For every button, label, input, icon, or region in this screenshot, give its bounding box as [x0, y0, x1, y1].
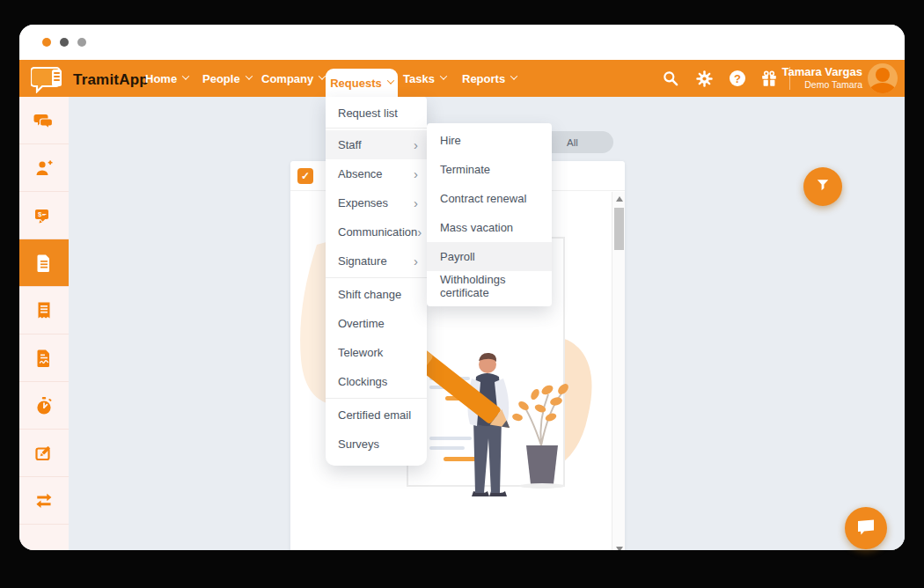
gear-icon[interactable] [694, 69, 714, 88]
chevron-right-icon: › [417, 225, 422, 239]
menu-item-absence[interactable]: Absence › [326, 159, 427, 188]
submenu-item-contract-renewal[interactable]: Contract renewal [427, 184, 552, 213]
compose-icon [34, 444, 54, 463]
logo-text-secondary: App [119, 71, 149, 88]
sidebar-item-payslip[interactable]: $ [19, 192, 69, 239]
stopwatch-icon [34, 396, 54, 415]
window-titlebar [19, 25, 905, 60]
chat-icon [33, 111, 55, 130]
swap-arrows-icon [33, 492, 55, 510]
menu-item-communication[interactable]: Communication › [326, 217, 427, 246]
window-dot-orange[interactable] [42, 38, 51, 47]
nav-item-requests-active[interactable]: Requests [326, 69, 398, 97]
chevron-right-icon: › [414, 167, 418, 180]
vertical-scrollbar[interactable] [612, 192, 625, 550]
help-icon[interactable]: ? [728, 69, 747, 88]
screen-background: TramitApp Home People Company Requests T… [0, 0, 924, 588]
filter-funnel-icon [814, 176, 832, 197]
chevron-right-icon: › [414, 254, 418, 268]
avatar[interactable] [868, 63, 898, 93]
window-dot-dark[interactable] [60, 38, 69, 47]
sidebar-item-signed-doc[interactable] [19, 334, 69, 382]
logo-speech-bubble-icon [31, 63, 68, 97]
sidebar-item-receipt[interactable] [19, 287, 69, 334]
signed-document-icon [35, 349, 53, 368]
user-subtitle: Demo Tamara [781, 79, 862, 91]
logo-text-primary: Tramit [73, 71, 119, 88]
search-icon[interactable] [661, 69, 680, 88]
user-menu[interactable]: Tamara Vargas Demo Tamara [781, 64, 862, 91]
nav-item-reports[interactable]: Reports [462, 60, 517, 97]
menu-item-certified-email[interactable]: Certified email [326, 401, 427, 430]
menu-divider [326, 277, 427, 278]
menu-item-surveys[interactable]: Surveys [326, 430, 427, 459]
svg-text:$: $ [38, 210, 42, 218]
select-all-checkbox[interactable]: ✓ [297, 168, 313, 184]
submenu-item-mass-vacation[interactable]: Mass vacation [427, 213, 552, 242]
sidebar-item-swap[interactable] [19, 477, 69, 525]
requests-dropdown-menu: Request list Staff › Absence › Expenses … [326, 97, 427, 466]
sidebar-item-stopwatch[interactable] [19, 382, 69, 430]
menu-item-request-list[interactable]: Request list [326, 99, 427, 126]
avatar-body [869, 83, 896, 93]
nav-item-home[interactable]: Home [145, 60, 188, 97]
submenu-item-withholdings-certificate[interactable]: Withholdings certificate [427, 271, 552, 300]
menu-item-overtime[interactable]: Overtime [326, 309, 427, 338]
scroll-down-arrow[interactable] [612, 542, 625, 550]
menu-item-expenses[interactable]: Expenses › [326, 188, 427, 217]
nav-item-tasks[interactable]: Tasks [403, 60, 446, 97]
payslip-edit-icon: $ [33, 206, 55, 225]
sidebar-item-add-person[interactable] [19, 144, 69, 192]
chevron-down-icon [182, 72, 189, 79]
menu-divider [326, 128, 427, 129]
app-logo[interactable]: TramitApp [31, 63, 149, 97]
menu-item-telework[interactable]: Telework [326, 338, 427, 367]
nav-item-people[interactable]: People [202, 60, 252, 97]
gift-icon[interactable] [759, 69, 779, 88]
sidebar-item-chat[interactable] [19, 97, 69, 144]
submenu-item-payroll[interactable]: Payroll [427, 242, 552, 271]
menu-item-staff[interactable]: Staff › [326, 130, 427, 159]
chevron-right-icon: › [414, 196, 418, 209]
chevron-down-icon [245, 72, 252, 79]
menu-item-clockings[interactable]: Clockings [326, 367, 427, 396]
menu-item-signature[interactable]: Signature › [326, 246, 427, 276]
chevron-down-icon [387, 77, 394, 84]
add-person-icon [34, 158, 54, 178]
window-dot-gray[interactable] [77, 38, 86, 47]
question-mark-glyph: ? [730, 70, 745, 86]
sidebar-item-documents-active[interactable] [19, 239, 69, 287]
chevron-down-icon [510, 72, 517, 79]
filter-button[interactable] [803, 167, 842, 206]
staff-submenu: Hire Terminate Contract renewal Mass vac… [427, 123, 552, 306]
chevron-down-icon [440, 72, 447, 79]
document-icon [35, 254, 53, 273]
menu-divider [326, 398, 427, 399]
left-sidebar: $ [19, 97, 69, 550]
vertical-scroll-thumb[interactable] [614, 208, 624, 250]
logo-text: TramitApp [73, 71, 149, 89]
speech-bubble-icon [855, 517, 876, 540]
chat-support-button[interactable] [845, 507, 887, 549]
sidebar-item-compose[interactable] [19, 430, 69, 477]
user-name: Tamara Vargas [781, 64, 862, 79]
submenu-item-terminate[interactable]: Terminate [427, 155, 552, 184]
scroll-up-arrow[interactable] [612, 192, 625, 205]
menu-item-shift-change[interactable]: Shift change [326, 280, 427, 309]
chevron-right-icon: › [414, 138, 418, 151]
top-navbar: TramitApp Home People Company Requests T… [19, 60, 905, 97]
avatar-head [876, 68, 890, 82]
receipt-icon [35, 301, 53, 320]
nav-item-company[interactable]: Company [261, 60, 325, 97]
submenu-item-hire[interactable]: Hire [427, 126, 552, 155]
